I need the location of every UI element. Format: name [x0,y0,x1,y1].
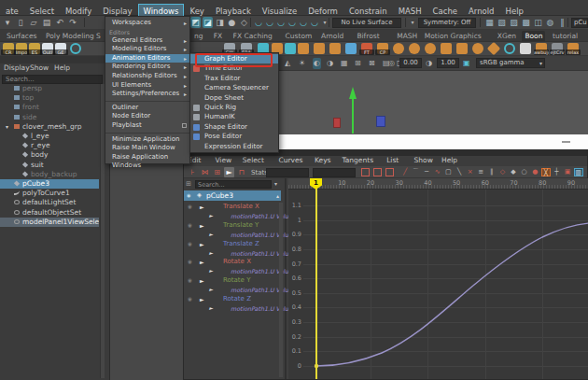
submenu-item-expression-editor[interactable]: Expression Editor [190,142,278,151]
submenu-item-camera-sequencer[interactable]: Camera Sequencer [190,83,278,92]
xray-icon[interactable]: ⊞ [355,58,361,69]
mash-sphere-shelf-icon[interactable] [425,43,436,54]
outliner-item-top[interactable]: top [0,93,99,103]
translate-y-manipulator-line[interactable] [352,99,354,134]
mash-cage-shelf-icon[interactable] [456,43,468,54]
new-scene-icon[interactable]: ▯ [15,17,26,28]
script-shelf-icon[interactable]: awbujo [536,43,547,54]
shelf-tab-mash[interactable]: MASH [394,31,420,41]
wheel-shelf-icon[interactable] [329,43,341,54]
region-tool-icon[interactable]: ► [224,167,234,177]
channel-sub-row[interactable]: ►motionPath1.U Value [184,286,281,295]
ge-menu-keys[interactable]: Keys [315,156,331,164]
expander-icon[interactable]: ▾ [6,122,12,132]
channel-row-rotate-y[interactable]: ◉►Rotate Y [184,276,281,286]
stats-time-field[interactable] [266,168,309,177]
channel-sub-row[interactable]: ►motionPath1.U Value [184,304,281,314]
outliner-item-body[interactable]: body [0,150,99,160]
shelf-tab-poly-modeling[interactable]: Poly Modeling [43,31,97,41]
submenu-item-quick-rig[interactable]: Quick Rig [190,103,278,112]
snap-grid-icon[interactable]: ◡ [254,17,263,28]
shelf-tab-s[interactable]: S [93,31,104,41]
ge-menu-help[interactable]: Help [441,156,457,164]
display-layers-icon[interactable]: ▩ [521,17,531,28]
exposure-field[interactable]: 0.00 [399,58,422,68]
channel-row-rotate-x[interactable]: ◉►Rotate X [184,258,281,267]
joint-shelf-icon[interactable] [345,43,357,54]
blue-cube-object[interactable] [376,116,385,127]
paint-icon[interactable]: ◭ [285,58,290,69]
plateau-tangent-icon[interactable]: ╲ [455,168,464,176]
object-name-field[interactable]: pCu [571,18,588,28]
channel-sub-row[interactable]: ►motionPath1.U Value [184,267,281,276]
snap-options-dropdown-icon[interactable]: ▾ [321,17,329,28]
outliner-item-side[interactable]: side [0,113,99,122]
outliner-item-polytocurve1[interactable]: polyToCurve1 [0,189,99,198]
time-snap-icon[interactable]: ╳ [541,168,551,176]
ge-menu-select[interactable]: Select [243,156,264,164]
auto-tangent-icon[interactable]: ● [530,168,539,176]
script-shelf-icon[interactable]: relax [567,43,579,54]
shelf-panel-icon[interactable]: Outl [42,43,53,54]
outliner-item-l-eye[interactable]: l_eye [0,132,99,141]
mute-icon[interactable]: ◉ [188,203,192,212]
free-tangent-weight-icon[interactable]: ◆ [509,168,518,176]
stats-value-field[interactable] [313,168,356,177]
channel-row-translate-z[interactable]: ◉►Translate Z [184,240,281,249]
outliner-item-defaultobjectset[interactable]: defaultObjectSet [0,208,99,218]
menu-item-settings-preferences[interactable]: Settings/Preferences▸ [105,90,189,99]
filter-icon[interactable]: ⊞ [186,180,191,188]
outliner-menu-display[interactable]: Display [4,63,30,72]
ge-menu-view[interactable]: View [215,156,231,164]
mute-icon[interactable]: ◉ [188,295,192,304]
shelf-tab-xgen[interactable]: XGen [495,31,519,41]
search-dropdown-icon[interactable]: ▾ [274,180,277,187]
symmetry-field[interactable]: Symmetry: Off [418,18,476,28]
wrap-sphere-shelf-icon[interactable] [393,43,404,54]
outliner-item-defaultlightset[interactable]: defaultLightSet [0,198,99,207]
graph-editor-search-input[interactable] [195,180,272,189]
undo-icon[interactable]: ↶ [54,17,65,28]
shelf-tab-tutorial[interactable]: tutorial [550,31,581,41]
menu-item-node-editor[interactable]: Node Editor [105,112,189,121]
shelf-tab-arnold[interactable]: Arnold [318,31,346,41]
outliner-item-persp[interactable]: persp [0,84,99,93]
channel-row-rotate-z[interactable]: ◉►Rotate Z [184,295,281,304]
ipr-render-icon[interactable]: ▧ [497,17,507,28]
snap-point-icon[interactable]: ◡ [276,17,286,28]
select-hierarchy-icon[interactable]: ◩ [190,17,201,28]
live-surface-field[interactable]: No Live Surface [332,18,401,28]
menu-item-raise-application-windows[interactable]: Raise Application Windows [105,153,189,162]
center-current-time-icon[interactable] [385,168,394,176]
diamond-shelf-icon[interactable] [487,42,500,55]
toggle-viewport-icon[interactable]: ◍ [545,17,555,28]
submenu-item-trax-editor[interactable]: Trax Editor [190,74,278,83]
submenu-item-shape-editor[interactable]: Shape Editor [190,122,278,132]
render-view-icon[interactable]: ▦ [484,17,495,28]
menu-item-outliner[interactable]: Outliner [105,104,189,113]
menu-item-rendering-editors[interactable]: Rendering Editors▸ [105,63,189,72]
snap-projected-center-icon[interactable]: ◡ [287,17,297,28]
menu-item-ui-elements[interactable]: UI Elements▸ [105,81,189,91]
menu-item-general-editors[interactable]: General Editors▸ [105,36,189,46]
textured-icon[interactable]: ▦ [341,58,348,69]
script-shelf-icon[interactable]: ejtCrv [552,43,563,54]
render-settings-icon[interactable]: ▨ [509,17,519,28]
channel-row-translate-x[interactable]: ◉►Translate X [184,203,281,212]
graph-tree-scrollbar[interactable] [279,203,283,377]
value-snap-icon[interactable]: ┼ [552,168,561,176]
poly-cube-shelf-icon[interactable] [298,43,309,54]
workspace-selector-icon[interactable]: ▾ [2,17,13,28]
isolate-select-icon[interactable]: ⊠ [369,58,375,69]
unify-tangents-icon[interactable]: ◇ [497,168,507,176]
shelf-tab-fx-caching[interactable]: FX Caching [231,31,275,41]
channel-row-translate-y[interactable]: ◉►Translate Y [184,221,281,231]
ge-menu-list[interactable]: List [386,156,399,164]
symmetry-dropdown-icon[interactable]: ▾ [409,17,416,28]
light-icon[interactable]: ☀ [299,58,305,69]
circle-shelf-icon[interactable] [504,43,515,54]
menu-item-playblast[interactable]: Playblast [105,121,189,131]
view-transform-dropdown[interactable]: sRGB gamma▾ [476,58,545,68]
outliner-menu-show[interactable]: Show [30,63,49,72]
submenu-item-humanik[interactable]: HumanIK [190,112,278,121]
